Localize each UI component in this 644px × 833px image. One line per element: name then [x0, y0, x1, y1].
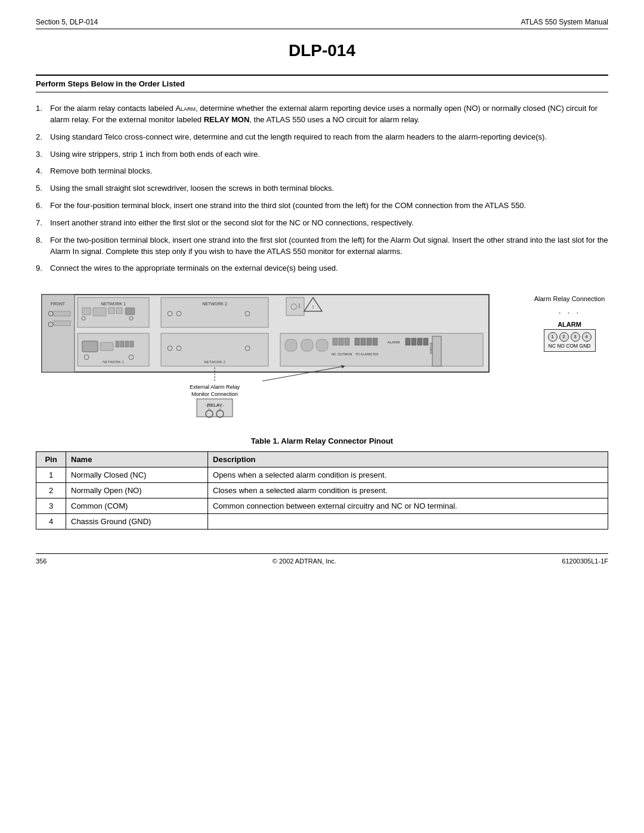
svg-text:NETWORK 1: NETWORK 1: [101, 302, 126, 306]
svg-rect-47: [355, 338, 360, 345]
pin-name: Normally Closed (NC): [66, 467, 208, 483]
svg-rect-50: [373, 338, 377, 345]
svg-rect-46: [345, 338, 349, 345]
pin-number: 4: [36, 514, 66, 529]
pin-com: 3: [571, 332, 580, 342]
svg-rect-57: [411, 338, 416, 345]
steps-list: For the alarm relay contacts labeled Ala…: [36, 103, 608, 274]
svg-rect-28: [116, 341, 119, 347]
step-5: Using the small straight slot screwdrive…: [36, 183, 608, 194]
step-4: Remove both terminal blocks.: [36, 166, 608, 177]
svg-text:FRONT: FRONT: [51, 302, 66, 306]
pin-description: [208, 514, 608, 529]
page-number: 356: [36, 558, 47, 565]
pin-description: Common connection between external circu…: [208, 498, 608, 514]
svg-rect-56: [405, 338, 410, 345]
pin-description: Opens when a selected alarm condition is…: [208, 467, 608, 483]
svg-rect-30: [125, 341, 129, 347]
table-row: 1 Normally Closed (NC) Opens when a sele…: [36, 467, 608, 483]
pin-gnd: 4: [582, 332, 592, 342]
copyright: © 2002 ADTRAN, Inc.: [273, 558, 336, 565]
svg-text:MON: MON: [345, 352, 352, 356]
svg-rect-65: [197, 399, 233, 417]
svg-rect-13: [125, 308, 135, 315]
device-diagram: FRONT NETWORK 1 NETWORK 2: [36, 289, 525, 420]
page-title: DLP-014: [36, 41, 608, 60]
svg-text:External Alarm Relay: External Alarm Relay: [190, 384, 240, 390]
svg-text:Monitor Connection: Monitor Connection: [191, 391, 238, 397]
wiring-dots: · · ·: [558, 308, 580, 318]
col-header-description: Description: [208, 452, 608, 467]
svg-rect-31: [130, 341, 134, 347]
step-3: Using wire strippers, strip 1 inch from …: [36, 149, 608, 160]
svg-rect-43: [316, 339, 328, 351]
svg-rect-5: [54, 311, 70, 316]
device-svg: FRONT NETWORK 1 NETWORK 2: [36, 289, 501, 420]
svg-text:RELAY: RELAY: [207, 402, 222, 408]
col-header-name: Name: [66, 452, 208, 467]
table-row: 3 Common (COM) Common connection between…: [36, 498, 608, 514]
svg-rect-45: [339, 338, 343, 345]
svg-text:NETWORK 2: NETWORK 2: [202, 302, 227, 306]
svg-text:TO ALARM 550: TO ALARM 550: [355, 352, 378, 356]
pin-name: Normally Open (NO): [66, 483, 208, 498]
table-row: 2 Normally Open (NO) Closes when a selec…: [36, 483, 608, 498]
alarm-text: ALARM: [558, 321, 581, 328]
step-2: Using standard Telco cross-connect wire,…: [36, 132, 608, 143]
step-1: For the alarm relay contacts labeled Ala…: [36, 103, 608, 126]
svg-rect-29: [120, 341, 124, 347]
svg-text:STATUS: STATUS: [429, 342, 433, 354]
svg-rect-27: [100, 342, 113, 351]
svg-rect-42: [301, 339, 313, 351]
svg-rect-60: [432, 336, 441, 366]
svg-text:NETWORK 1: NETWORK 1: [103, 360, 124, 364]
table-row: 4 Chassis Ground (GND): [36, 514, 608, 529]
svg-rect-1: [42, 295, 75, 372]
svg-rect-58: [417, 338, 422, 345]
svg-text:ALARM: ALARM: [388, 340, 400, 344]
svg-rect-11: [109, 308, 114, 314]
pin-number: 1: [36, 467, 66, 483]
step-8: For the two-position terminal block, ins…: [36, 235, 608, 258]
svg-text:◯ I: ◯ I: [290, 303, 301, 310]
section-header-text: Perform Steps Below in the Order Listed: [36, 79, 185, 88]
table-header-row: Pin Name Description: [36, 452, 608, 467]
svg-rect-41: [285, 339, 297, 351]
pin-labels: NC NO COM GND: [548, 343, 592, 349]
pinout-table: Pin Name Description 1 Normally Closed (…: [36, 451, 608, 529]
svg-rect-10: [93, 308, 106, 316]
page-footer: 356 © 2002 ADTRAN, Inc. 61200305L1-1F: [36, 553, 608, 565]
alarm-relay-label: Alarm Relay Connection: [534, 295, 605, 304]
step-6: For the four-position terminal block, in…: [36, 200, 608, 212]
connector-box: 1 2 3 4 NC NO COM GND: [544, 329, 596, 352]
svg-rect-6: [54, 321, 70, 326]
svg-rect-26: [82, 341, 98, 352]
svg-text:!: !: [312, 304, 314, 310]
section-label: Section 5, DLP-014: [36, 18, 98, 26]
document-number: 61200305L1-1F: [562, 558, 608, 565]
svg-text:NETWORK 2: NETWORK 2: [204, 360, 225, 364]
page-header: Section 5, DLP-014 ATLAS 550 System Manu…: [36, 18, 608, 29]
svg-rect-12: [116, 308, 122, 314]
pin-name: Common (COM): [66, 498, 208, 514]
svg-text:MON: MON: [209, 419, 221, 420]
pin-number: 2: [36, 483, 66, 498]
manual-title: ATLAS 550 System Manual: [521, 18, 608, 26]
section-header: Perform Steps Below in the Order Listed: [36, 75, 608, 92]
svg-rect-59: [423, 338, 428, 345]
pin-name: Chassis Ground (GND): [66, 514, 208, 529]
svg-rect-44: [333, 338, 338, 345]
pin-nc: 1: [548, 332, 558, 342]
table-title: Table 1. Alarm Relay Connector Pinout: [36, 436, 608, 445]
pin-no: 2: [559, 332, 569, 342]
alarm-relay-diagram: Alarm Relay Connection · · · ALARM 1 2 3…: [531, 289, 608, 351]
svg-rect-48: [361, 338, 366, 345]
svg-text:NC: NC: [332, 352, 336, 356]
pin-number: 3: [36, 498, 66, 514]
step-9: Connect the wires to the appropriate ter…: [36, 263, 608, 274]
pin-description: Closes when a selected alarm condition i…: [208, 483, 608, 498]
step-7: Insert another strand into either the fi…: [36, 218, 608, 229]
diagram-container: FRONT NETWORK 1 NETWORK 2: [36, 289, 608, 420]
col-header-pin: Pin: [36, 452, 66, 467]
svg-rect-9: [82, 308, 91, 315]
